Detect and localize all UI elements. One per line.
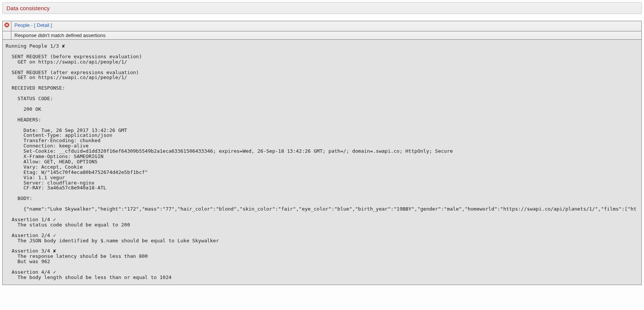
result-log[interactable]: Running People 1/3 ✘ SENT REQUEST (befor… — [6, 43, 638, 280]
suite-title-panel: Data consistency — [2, 2, 642, 14]
result-body-row: Running People 1/3 ✘ SENT REQUEST (befor… — [3, 40, 642, 285]
result-header-row: People - [ Detail ] — [3, 21, 642, 31]
empty-icon-cell — [3, 31, 11, 40]
result-link-cell: People - [ Detail ] — [11, 21, 642, 31]
result-message: Response didn't match defined assertions — [11, 31, 642, 40]
error-icon — [4, 22, 9, 28]
status-icon-cell — [3, 21, 11, 31]
result-detail-link[interactable]: People - [ Detail ] — [14, 22, 52, 28]
suite-title: Data consistency — [6, 5, 50, 11]
result-body-cell: Running People 1/3 ✘ SENT REQUEST (befor… — [3, 40, 642, 285]
results-table: People - [ Detail ] Response didn't matc… — [2, 21, 642, 285]
result-message-row: Response didn't match defined assertions — [3, 31, 642, 40]
